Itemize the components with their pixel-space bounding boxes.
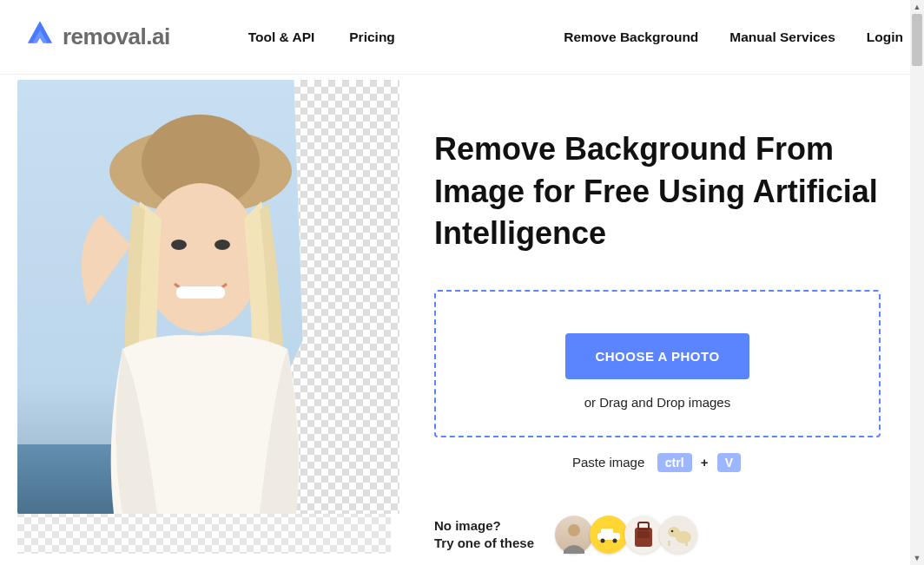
svg-point-3 bbox=[171, 240, 187, 250]
sample-bag[interactable] bbox=[624, 516, 663, 554]
sample-dog[interactable] bbox=[659, 516, 697, 554]
logo[interactable]: removal.ai bbox=[21, 16, 170, 58]
kbd-ctrl: ctrl bbox=[657, 453, 692, 472]
nav-primary: Tool & API Pricing bbox=[248, 30, 395, 45]
logo-text: removal.ai bbox=[63, 23, 170, 50]
dropzone[interactable]: CHOOSE A PHOTO or Drag and Drop images bbox=[434, 290, 881, 437]
choose-photo-button[interactable]: CHOOSE A PHOTO bbox=[565, 333, 749, 379]
sample-person[interactable] bbox=[555, 516, 593, 554]
logo-icon bbox=[21, 16, 59, 58]
kbd-v: V bbox=[717, 453, 741, 472]
scroll-up-arrow[interactable]: ▲ bbox=[910, 0, 924, 14]
nav-secondary: Remove Background Manual Services Login bbox=[564, 30, 903, 45]
scroll-down-arrow[interactable]: ▼ bbox=[910, 551, 924, 565]
svg-point-16 bbox=[671, 529, 674, 532]
content-column: Remove Background From Image for Free Us… bbox=[398, 75, 924, 554]
try-row: No image? Try one of these bbox=[434, 516, 881, 554]
paste-label: Paste image bbox=[572, 455, 644, 470]
svg-rect-18 bbox=[685, 541, 688, 546]
svg-point-6 bbox=[568, 524, 580, 536]
try-line1: No image? bbox=[434, 517, 534, 535]
sample-images bbox=[555, 516, 697, 554]
paste-row: Paste image ctrl + V bbox=[434, 453, 881, 472]
headline: Remove Background From Image for Free Us… bbox=[434, 128, 881, 255]
svg-rect-8 bbox=[601, 529, 613, 535]
scrollbar[interactable]: ▲ ▼ bbox=[910, 0, 924, 565]
kbd-plus: + bbox=[701, 455, 709, 470]
nav-login[interactable]: Login bbox=[867, 30, 903, 45]
header: removal.ai Tool & API Pricing Remove Bac… bbox=[0, 0, 924, 75]
hero-person-illustration bbox=[36, 89, 366, 514]
nav-manual-services[interactable]: Manual Services bbox=[729, 30, 835, 45]
sample-car[interactable] bbox=[590, 516, 628, 554]
svg-rect-5 bbox=[176, 286, 225, 299]
nav-remove-background[interactable]: Remove Background bbox=[564, 30, 698, 45]
hero-image bbox=[17, 80, 399, 514]
svg-point-15 bbox=[676, 531, 691, 543]
try-line2: Try one of these bbox=[434, 535, 534, 552]
drop-text: or Drag and Drop images bbox=[453, 395, 861, 410]
nav-tool-api[interactable]: Tool & API bbox=[248, 30, 315, 45]
svg-point-9 bbox=[601, 538, 605, 542]
svg-point-4 bbox=[214, 240, 230, 250]
hero-image-column bbox=[0, 75, 398, 554]
try-text: No image? Try one of these bbox=[434, 517, 534, 553]
svg-point-10 bbox=[613, 538, 617, 542]
nav-pricing[interactable]: Pricing bbox=[349, 30, 395, 45]
svg-point-2 bbox=[142, 183, 260, 332]
main: Remove Background From Image for Free Us… bbox=[0, 75, 924, 554]
svg-rect-17 bbox=[668, 541, 670, 546]
scroll-thumb[interactable] bbox=[912, 14, 922, 66]
svg-rect-13 bbox=[637, 531, 650, 538]
